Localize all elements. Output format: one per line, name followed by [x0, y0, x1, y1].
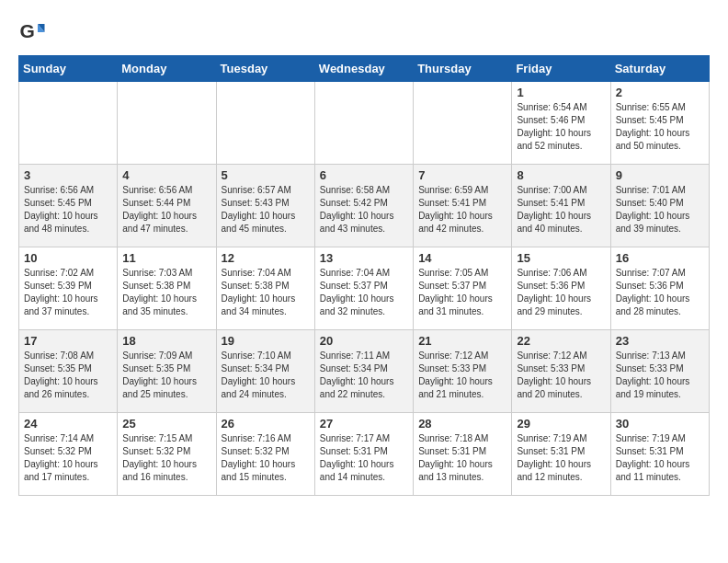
day-info: Sunrise: 7:02 AM Sunset: 5:39 PM Dayligh… — [24, 267, 112, 318]
calendar-cell: 26Sunrise: 7:16 AM Sunset: 5:32 PM Dayli… — [216, 413, 314, 496]
weekday-sunday: Sunday — [19, 56, 118, 82]
day-info: Sunrise: 6:59 AM Sunset: 5:41 PM Dayligh… — [418, 184, 506, 236]
day-info: Sunrise: 7:11 AM Sunset: 5:34 PM Dayligh… — [320, 350, 408, 401]
day-info: Sunrise: 7:03 AM Sunset: 5:38 PM Dayligh… — [122, 267, 210, 318]
calendar-cell: 14Sunrise: 7:05 AM Sunset: 5:37 PM Dayli… — [414, 247, 512, 330]
calendar-cell: 17Sunrise: 7:08 AM Sunset: 5:35 PM Dayli… — [19, 330, 118, 413]
day-number: 14 — [418, 251, 506, 265]
day-number: 12 — [222, 251, 310, 265]
calendar-week-3: 10Sunrise: 7:02 AM Sunset: 5:39 PM Dayli… — [19, 247, 710, 330]
calendar-cell: 15Sunrise: 7:06 AM Sunset: 5:36 PM Dayli… — [512, 247, 610, 330]
day-info: Sunrise: 6:57 AM Sunset: 5:43 PM Dayligh… — [222, 184, 310, 236]
day-info: Sunrise: 6:56 AM Sunset: 5:44 PM Dayligh… — [122, 184, 210, 236]
day-number: 13 — [320, 251, 408, 265]
calendar-cell: 9Sunrise: 7:01 AM Sunset: 5:40 PM Daylig… — [610, 165, 709, 247]
day-number: 25 — [122, 417, 210, 431]
day-info: Sunrise: 6:56 AM Sunset: 5:45 PM Dayligh… — [24, 184, 112, 236]
calendar-cell: 30Sunrise: 7:19 AM Sunset: 5:31 PM Dayli… — [610, 413, 709, 496]
calendar-week-4: 17Sunrise: 7:08 AM Sunset: 5:35 PM Dayli… — [19, 330, 710, 413]
day-number: 27 — [320, 417, 408, 431]
day-number: 7 — [418, 168, 506, 182]
day-number: 4 — [122, 168, 210, 182]
weekday-friday: Friday — [512, 56, 610, 82]
weekday-tuesday: Tuesday — [216, 56, 314, 82]
calendar-cell: 6Sunrise: 6:58 AM Sunset: 5:42 PM Daylig… — [314, 165, 413, 247]
calendar-cell: 3Sunrise: 6:56 AM Sunset: 5:45 PM Daylig… — [19, 165, 118, 247]
page-header: G — [18, 18, 710, 46]
calendar-cell — [314, 82, 413, 165]
calendar-week-1: 1Sunrise: 6:54 AM Sunset: 5:46 PM Daylig… — [19, 82, 710, 165]
day-info: Sunrise: 7:05 AM Sunset: 5:37 PM Dayligh… — [418, 267, 506, 318]
day-info: Sunrise: 7:08 AM Sunset: 5:35 PM Dayligh… — [24, 350, 112, 401]
calendar-body: 1Sunrise: 6:54 AM Sunset: 5:46 PM Daylig… — [19, 82, 710, 496]
day-number: 9 — [616, 168, 704, 182]
calendar-week-2: 3Sunrise: 6:56 AM Sunset: 5:45 PM Daylig… — [19, 165, 710, 247]
day-info: Sunrise: 7:04 AM Sunset: 5:37 PM Dayligh… — [320, 267, 408, 318]
day-info: Sunrise: 7:12 AM Sunset: 5:33 PM Dayligh… — [418, 350, 506, 401]
day-number: 22 — [517, 334, 605, 348]
day-info: Sunrise: 6:55 AM Sunset: 5:45 PM Dayligh… — [616, 101, 704, 153]
day-number: 18 — [122, 334, 210, 348]
calendar-cell: 11Sunrise: 7:03 AM Sunset: 5:38 PM Dayli… — [118, 247, 216, 330]
calendar-cell: 8Sunrise: 7:00 AM Sunset: 5:41 PM Daylig… — [512, 165, 610, 247]
calendar-cell: 12Sunrise: 7:04 AM Sunset: 5:38 PM Dayli… — [216, 247, 314, 330]
day-info: Sunrise: 7:12 AM Sunset: 5:33 PM Dayligh… — [517, 350, 605, 401]
calendar-cell: 22Sunrise: 7:12 AM Sunset: 5:33 PM Dayli… — [512, 330, 610, 413]
day-info: Sunrise: 7:00 AM Sunset: 5:41 PM Dayligh… — [517, 184, 605, 236]
calendar-cell: 7Sunrise: 6:59 AM Sunset: 5:41 PM Daylig… — [414, 165, 512, 247]
day-number: 17 — [24, 334, 112, 348]
calendar-cell — [216, 82, 314, 165]
day-info: Sunrise: 7:19 AM Sunset: 5:31 PM Dayligh… — [517, 432, 605, 484]
day-number: 24 — [24, 417, 112, 431]
day-number: 1 — [517, 86, 605, 99]
day-number: 3 — [24, 168, 112, 182]
calendar-cell — [414, 82, 512, 165]
calendar-cell: 10Sunrise: 7:02 AM Sunset: 5:39 PM Dayli… — [19, 247, 118, 330]
day-number: 16 — [616, 251, 704, 265]
calendar-cell: 5Sunrise: 6:57 AM Sunset: 5:43 PM Daylig… — [216, 165, 314, 247]
day-info: Sunrise: 7:01 AM Sunset: 5:40 PM Dayligh… — [616, 184, 704, 236]
day-number: 29 — [517, 417, 605, 431]
day-info: Sunrise: 6:58 AM Sunset: 5:42 PM Dayligh… — [320, 184, 408, 236]
calendar-cell: 1Sunrise: 6:54 AM Sunset: 5:46 PM Daylig… — [512, 82, 610, 165]
day-info: Sunrise: 7:04 AM Sunset: 5:38 PM Dayligh… — [222, 267, 310, 318]
calendar-cell: 21Sunrise: 7:12 AM Sunset: 5:33 PM Dayli… — [414, 330, 512, 413]
calendar-cell: 27Sunrise: 7:17 AM Sunset: 5:31 PM Dayli… — [314, 413, 413, 496]
day-number: 28 — [418, 417, 506, 431]
calendar-cell: 13Sunrise: 7:04 AM Sunset: 5:37 PM Dayli… — [314, 247, 413, 330]
day-info: Sunrise: 7:13 AM Sunset: 5:33 PM Dayligh… — [616, 350, 704, 401]
day-info: Sunrise: 7:19 AM Sunset: 5:31 PM Dayligh… — [616, 432, 704, 484]
day-number: 23 — [616, 334, 704, 348]
day-number: 6 — [320, 168, 408, 182]
day-info: Sunrise: 7:16 AM Sunset: 5:32 PM Dayligh… — [222, 432, 310, 484]
logo: G — [18, 18, 50, 46]
weekday-header-row: SundayMondayTuesdayWednesdayThursdayFrid… — [19, 56, 710, 82]
calendar-cell — [118, 82, 216, 165]
day-info: Sunrise: 7:14 AM Sunset: 5:32 PM Dayligh… — [24, 432, 112, 484]
day-info: Sunrise: 7:15 AM Sunset: 5:32 PM Dayligh… — [122, 432, 210, 484]
calendar-cell: 4Sunrise: 6:56 AM Sunset: 5:44 PM Daylig… — [118, 165, 216, 247]
day-number: 11 — [122, 251, 210, 265]
calendar-cell: 24Sunrise: 7:14 AM Sunset: 5:32 PM Dayli… — [19, 413, 118, 496]
calendar-table: SundayMondayTuesdayWednesdayThursdayFrid… — [18, 55, 710, 496]
day-info: Sunrise: 7:10 AM Sunset: 5:34 PM Dayligh… — [222, 350, 310, 401]
day-number: 21 — [418, 334, 506, 348]
calendar-cell: 25Sunrise: 7:15 AM Sunset: 5:32 PM Dayli… — [118, 413, 216, 496]
logo-icon: G — [18, 18, 46, 46]
calendar-cell: 18Sunrise: 7:09 AM Sunset: 5:35 PM Dayli… — [118, 330, 216, 413]
calendar-cell — [19, 82, 118, 165]
calendar-week-5: 24Sunrise: 7:14 AM Sunset: 5:32 PM Dayli… — [19, 413, 710, 496]
day-number: 8 — [517, 168, 605, 182]
calendar-cell: 16Sunrise: 7:07 AM Sunset: 5:36 PM Dayli… — [610, 247, 709, 330]
day-number: 10 — [24, 251, 112, 265]
day-number: 20 — [320, 334, 408, 348]
day-info: Sunrise: 7:17 AM Sunset: 5:31 PM Dayligh… — [320, 432, 408, 484]
calendar-cell: 28Sunrise: 7:18 AM Sunset: 5:31 PM Dayli… — [414, 413, 512, 496]
calendar-cell: 20Sunrise: 7:11 AM Sunset: 5:34 PM Dayli… — [314, 330, 413, 413]
calendar-cell: 29Sunrise: 7:19 AM Sunset: 5:31 PM Dayli… — [512, 413, 610, 496]
calendar-cell: 23Sunrise: 7:13 AM Sunset: 5:33 PM Dayli… — [610, 330, 709, 413]
day-number: 19 — [222, 334, 310, 348]
weekday-monday: Monday — [118, 56, 216, 82]
day-number: 26 — [222, 417, 310, 431]
calendar-cell: 2Sunrise: 6:55 AM Sunset: 5:45 PM Daylig… — [610, 82, 709, 165]
